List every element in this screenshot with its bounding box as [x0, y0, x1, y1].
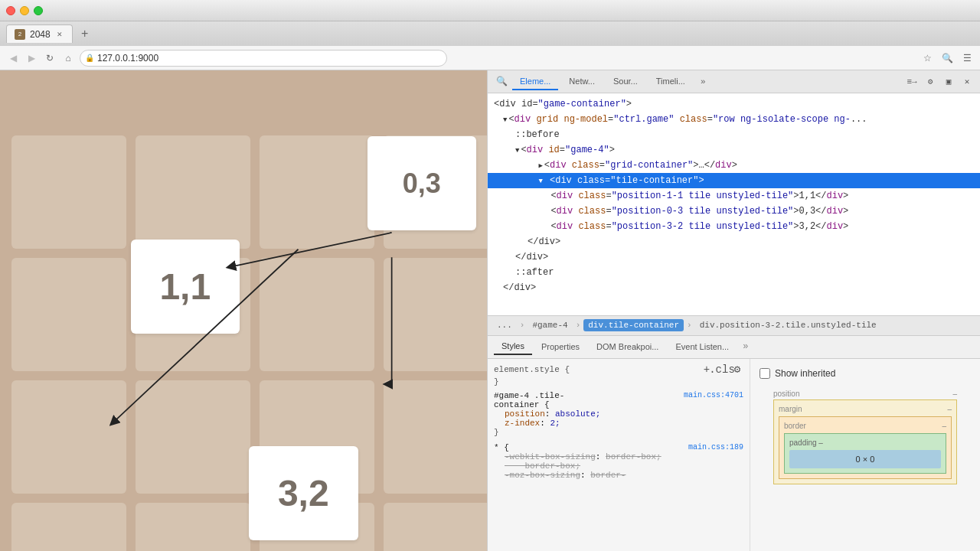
grid-cell	[384, 503, 487, 551]
forward-button[interactable]: ▶	[24, 51, 38, 65]
show-inherited-checkbox[interactable]	[760, 368, 770, 379]
html-line: </div>	[488, 249, 980, 265]
styles-panel-area: Styles Properties DOM Breakpoi... Event …	[488, 336, 980, 552]
css-prop-val: border-box;	[606, 452, 662, 461]
styles-tabs: Styles Properties DOM Breakpoi... Event …	[488, 336, 980, 359]
content-box: 0 × 0	[789, 450, 941, 468]
position-label: position	[773, 390, 799, 398]
padding-row: padding –	[789, 439, 941, 447]
devtools-layout-icon[interactable]: ▣	[942, 75, 956, 89]
styles-tab-event-listeners[interactable]: Event Listen...	[668, 339, 737, 354]
style-settings-button[interactable]: ⚙	[731, 364, 743, 376]
active-tab[interactable]: 2 2048 ✕	[6, 24, 73, 43]
devtools-tab-elements[interactable]: Eleme...	[512, 73, 558, 90]
margin-dash: –	[947, 405, 952, 413]
devtools-settings-icon[interactable]: ⚙	[923, 75, 937, 89]
padding-box: padding – 0 × 0	[784, 433, 946, 474]
content-area: 1,1 3,2 0,3	[0, 70, 980, 551]
breadcrumb-item-game4[interactable]: #game-4	[528, 319, 572, 331]
search-icon[interactable]: 🔍	[940, 51, 954, 65]
html-panel: <div id="game-container"> ▼<div grid ng-…	[488, 93, 980, 316]
css-property-zindex: z-index: 2;	[494, 419, 743, 428]
css-prop-name: z-index	[494, 419, 540, 428]
breadcrumb-item-dots[interactable]: ...	[492, 319, 517, 331]
game-area: 1,1 3,2 0,3	[0, 70, 487, 551]
url-text: 127.0.0.1:9000	[97, 53, 158, 64]
css-property-position: position: absolute;	[494, 409, 743, 419]
css-prop-name: -moz-box-sizing	[494, 471, 580, 480]
css-rule-close: }	[494, 428, 743, 437]
style-add-buttons: + .cls ⚙	[701, 364, 743, 376]
html-line: </div>	[488, 234, 980, 249]
reload-button[interactable]: ↻	[43, 51, 57, 65]
devtools-tab-timeline[interactable]: Timeli...	[648, 73, 693, 90]
css-selector: #game-4 .tile-container {	[494, 391, 564, 409]
toolbar-right: ☆ 🔍 ☰	[920, 51, 974, 65]
styles-tab-properties[interactable]: Properties	[534, 339, 587, 354]
breadcrumb-bar: ... › #game-4 › div.tile-container › div…	[488, 316, 980, 336]
grid-cell	[11, 135, 126, 249]
tab-close-button[interactable]: ✕	[55, 30, 64, 39]
css-property-moz: -moz-box-sizing: border-	[494, 471, 743, 480]
margin-label: margin	[779, 405, 802, 413]
html-line: ▼<div grid ng-model="ctrl.game" class="r…	[488, 112, 980, 127]
padding-label: padding –	[789, 439, 823, 447]
css-source-link-star[interactable]: main.css:189	[688, 443, 743, 452]
devtools-close-icon[interactable]: ✕	[960, 75, 974, 89]
border-row: border –	[784, 422, 946, 430]
url-field[interactable]: 🔒 127.0.0.1:9000	[80, 50, 447, 67]
html-line: <div class="position-0-3 tile unstyled-t…	[488, 204, 980, 219]
tile-0-3: 0,3	[368, 136, 477, 230]
show-inherited-row: Show inherited	[753, 362, 977, 385]
grid-cell	[136, 135, 250, 249]
grid-cell	[384, 258, 487, 371]
margin-row: margin –	[779, 405, 952, 413]
styles-tab-dom-breakpoints[interactable]: DOM Breakpoi...	[589, 339, 666, 354]
devtools-panel: 🔍 Eleme... Netw... Sour... Timeli... » ≡…	[487, 70, 980, 551]
devtools-tab-sources[interactable]: Sour...	[606, 73, 645, 90]
border-label: border	[784, 422, 806, 430]
css-rule-tile-container: #game-4 .tile-container { main.css:4701 …	[494, 391, 743, 437]
close-button[interactable]	[6, 6, 15, 15]
devtools-tabs-more[interactable]: »	[696, 74, 710, 90]
grid-cell	[136, 503, 250, 551]
css-rule-header: * { main.css:189	[494, 443, 743, 452]
grid-cell	[260, 135, 374, 249]
content-size: 0 × 0	[856, 455, 875, 464]
html-line: ::after	[488, 265, 980, 280]
back-button[interactable]: ◀	[6, 51, 20, 65]
minimize-button[interactable]	[20, 6, 29, 15]
breadcrumb-separator: ›	[687, 321, 692, 330]
menu-icon[interactable]: ☰	[960, 51, 974, 65]
browser-window: 2 2048 ✕ + ◀ ▶ ↻ ⌂ 🔒 127.0.0.1:9000 ☆ 🔍 …	[0, 0, 980, 551]
styles-left: element.style { + .cls ⚙ }	[488, 359, 750, 552]
html-line-selected[interactable]: ▼ <div class="tile-container">	[488, 173, 980, 188]
grid-cell	[384, 380, 487, 494]
new-tab-button[interactable]: +	[76, 24, 94, 43]
maximize-button[interactable]	[34, 6, 43, 15]
tab-favicon: 2	[15, 29, 25, 40]
css-selector: * {	[494, 443, 509, 452]
html-line: <div class="position-3-2 tile unstyled-t…	[488, 219, 980, 234]
toggle-classes-button[interactable]: .cls	[716, 364, 728, 376]
styles-tabs-more[interactable]: »	[738, 338, 753, 355]
devtools-tab-network[interactable]: Netw...	[561, 73, 603, 90]
css-source-link[interactable]: main.css:4701	[684, 391, 743, 409]
css-prop-val: 2;	[550, 419, 560, 428]
position-row: position –	[773, 388, 957, 399]
bookmark-icon[interactable]: ☆	[920, 51, 934, 65]
box-model: position – margin –	[773, 388, 957, 484]
breadcrumb-item-position-tile[interactable]: div.position-3-2.tile.unstyled-tile	[695, 319, 881, 331]
home-button[interactable]: ⌂	[61, 51, 75, 65]
devtools-toolbar-icons: ≡→ ⚙ ▣ ✕	[905, 75, 974, 89]
devtools-search-icon[interactable]: 🔍	[494, 74, 509, 90]
styles-tab-styles[interactable]: Styles	[494, 338, 532, 355]
tab-title: 2048	[30, 29, 51, 40]
breadcrumb-item-tile-container[interactable]: div.tile-container	[583, 319, 684, 331]
html-line: ::before	[488, 127, 980, 142]
devtools-execute-icon[interactable]: ≡→	[905, 75, 919, 89]
breadcrumb-separator: ›	[576, 321, 581, 330]
css-rule-header: #game-4 .tile-container { main.css:4701	[494, 391, 743, 409]
address-bar: ◀ ▶ ↻ ⌂ 🔒 127.0.0.1:9000 ☆ 🔍 ☰	[0, 46, 980, 70]
tile-3-2: 3,2	[249, 446, 358, 540]
